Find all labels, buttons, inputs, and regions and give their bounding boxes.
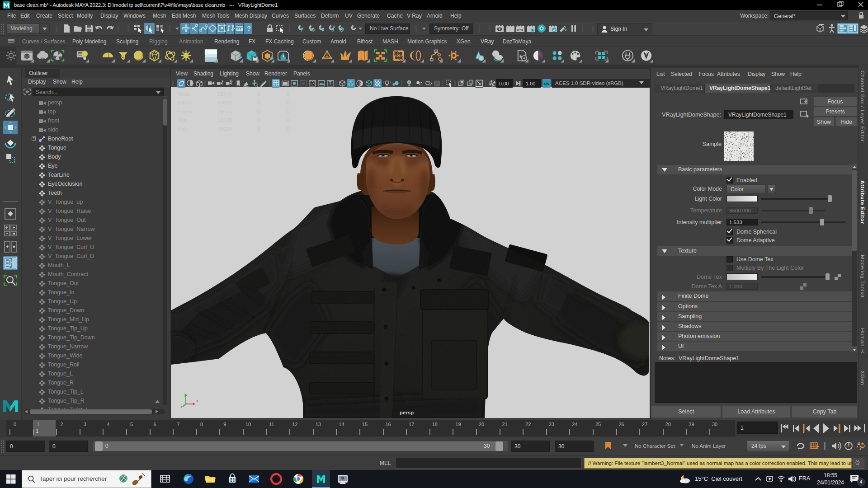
svg-text:?: ? (247, 24, 251, 32)
svg-text:T: T (329, 81, 332, 86)
svg-text:ON: ON (544, 82, 549, 86)
svg-text:z: z (180, 404, 183, 409)
svg-text:x: x (196, 399, 198, 403)
svg-text:IPR: IPR (517, 28, 524, 32)
svg-text:y: y (184, 393, 187, 397)
